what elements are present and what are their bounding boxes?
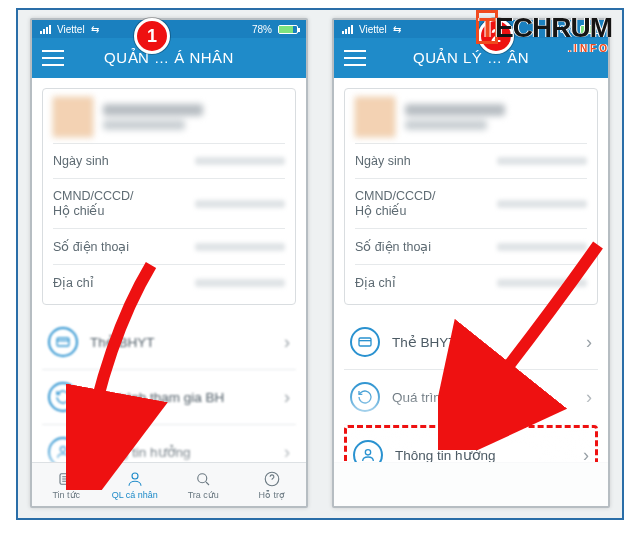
- card-icon: [350, 327, 380, 357]
- person-icon: [353, 440, 383, 462]
- svg-point-3: [132, 473, 138, 479]
- menu-label: Quá trình tham gia BH: [90, 390, 224, 405]
- step-badge-1: 1: [134, 18, 170, 54]
- bottom-tab-bar: Tin tức QL cá nhân Tra cứu Hỗ trợ: [32, 462, 306, 506]
- page-title: QUẢN … Á NHÂN: [104, 49, 234, 67]
- tab-ql-ca-nhan[interactable]: [403, 463, 472, 506]
- tab-ho-tro[interactable]: [540, 463, 609, 506]
- profile-header-blurred: [355, 97, 587, 143]
- svg-point-1: [60, 447, 65, 452]
- menu-label: Quá trình tham gia BH: [392, 390, 526, 405]
- profile-header-blurred: [53, 97, 285, 143]
- chevron-right-icon: ›: [284, 442, 290, 463]
- menu-label: Thẻ BHYT: [90, 334, 155, 350]
- tab-tra-cuu[interactable]: [471, 463, 540, 506]
- bottom-tab-bar: [334, 462, 608, 506]
- card-icon: [48, 327, 78, 357]
- chevron-right-icon: ›: [586, 332, 592, 353]
- field-label: Địa chỉ: [355, 275, 396, 290]
- content-area: Ngày sinh CMND/CCCD/ Hộ chiếu Số điện th…: [334, 78, 608, 462]
- profile-card: Ngày sinh CMND/CCCD/ Hộ chiếu Số điện th…: [344, 88, 598, 305]
- menu-label: Thẻ BHYT: [392, 334, 457, 350]
- field-sdt: Số điện thoại: [53, 228, 285, 264]
- tab-label: Tra cứu: [188, 490, 219, 500]
- data-icon: ⇆: [393, 24, 401, 35]
- field-label: CMND/CCCD/ Hộ chiếu: [355, 189, 436, 218]
- field-ngay-sinh: Ngày sinh: [355, 143, 587, 178]
- tab-tin-tuc[interactable]: Tin tức: [32, 463, 101, 506]
- carrier-label: Viettel: [359, 24, 387, 35]
- svg-point-4: [198, 473, 207, 482]
- field-sdt: Số điện thoại: [355, 228, 587, 264]
- content-area: Ngày sinh CMND/CCCD/ Hộ chiếu Số điện th…: [32, 78, 306, 462]
- tab-tin-tuc[interactable]: [334, 463, 403, 506]
- tab-tra-cuu[interactable]: Tra cứu: [169, 463, 238, 506]
- avatar: [53, 97, 93, 137]
- refresh-icon: [350, 382, 380, 412]
- person-icon: [48, 437, 78, 462]
- menu-the-bhyt[interactable]: Thẻ BHYT ›: [42, 315, 296, 370]
- refresh-icon: [48, 382, 78, 412]
- field-ngay-sinh: Ngày sinh: [53, 143, 285, 178]
- battery-pct: 78%: [252, 24, 272, 35]
- signal-icon: [342, 25, 353, 34]
- watermark-logo: TECHRUM .INFO: [479, 12, 612, 44]
- carrier-label: Viettel: [57, 24, 85, 35]
- chevron-right-icon: ›: [583, 445, 589, 463]
- menu-the-bhyt[interactable]: Thẻ BHYT ›: [344, 315, 598, 370]
- page-title: QUẢN LÝ … ÂN: [413, 49, 529, 67]
- chevron-right-icon: ›: [284, 332, 290, 353]
- menu-label: Thông tin hưởng: [395, 447, 496, 462]
- app-bar: QUẢN LÝ … ÂN: [334, 38, 608, 78]
- menu-list: Thẻ BHYT › Quá trình tham gia BH › Thông…: [42, 315, 296, 462]
- svg-rect-6: [359, 338, 371, 346]
- menu-qua-trinh[interactable]: Quá trình tham gia BH ›: [42, 370, 296, 425]
- field-cmnd: CMND/CCCD/ Hộ chiếu: [355, 178, 587, 228]
- tab-label: Hỗ trợ: [259, 490, 286, 500]
- avatar: [355, 97, 395, 137]
- field-dia-chi: Địa chỉ: [355, 264, 587, 300]
- menu-icon[interactable]: [344, 50, 366, 66]
- chevron-right-icon: ›: [586, 387, 592, 408]
- tab-ql-ca-nhan[interactable]: QL cá nhân: [101, 463, 170, 506]
- field-dia-chi: Địa chỉ: [53, 264, 285, 300]
- tab-label: Tin tức: [52, 490, 80, 500]
- signal-icon: [40, 25, 51, 34]
- phone-screenshot-1: Viettel ⇆ 78% QUẢN … Á NHÂN Ngày sinh: [30, 18, 308, 508]
- profile-card: Ngày sinh CMND/CCCD/ Hộ chiếu Số điện th…: [42, 88, 296, 305]
- field-cmnd: CMND/CCCD/ Hộ chiếu: [53, 178, 285, 228]
- tab-label: QL cá nhân: [112, 490, 158, 500]
- menu-thong-tin-huong[interactable]: Thông tin hưởng ›: [42, 425, 296, 462]
- menu-label: Thông tin hưởng: [90, 444, 191, 460]
- app-bar: QUẢN … Á NHÂN: [32, 38, 306, 78]
- svg-point-7: [365, 450, 370, 455]
- field-label: CMND/CCCD/ Hộ chiếu: [53, 189, 134, 218]
- menu-list: Thẻ BHYT › Quá trình tham gia BH › Thông…: [344, 315, 598, 462]
- svg-rect-0: [57, 338, 69, 346]
- field-label: Ngày sinh: [53, 154, 109, 168]
- menu-thong-tin-huong[interactable]: Thông tin hưởng ›: [344, 425, 598, 462]
- tutorial-frame: Viettel ⇆ 78% QUẢN … Á NHÂN Ngày sinh: [16, 8, 624, 520]
- field-label: Số điện thoại: [355, 239, 431, 254]
- battery-icon: [278, 25, 298, 34]
- chevron-right-icon: ›: [284, 387, 290, 408]
- phone-screenshot-2: Viettel ⇆ 78% QUẢN LÝ … ÂN Ngày sinh: [332, 18, 610, 508]
- tab-ho-tro[interactable]: Hỗ trợ: [238, 463, 307, 506]
- data-icon: ⇆: [91, 24, 99, 35]
- field-label: Số điện thoại: [53, 239, 129, 254]
- menu-qua-trinh[interactable]: Quá trình tham gia BH ›: [344, 370, 598, 425]
- field-label: Ngày sinh: [355, 154, 411, 168]
- field-label: Địa chỉ: [53, 275, 94, 290]
- menu-icon[interactable]: [42, 50, 64, 66]
